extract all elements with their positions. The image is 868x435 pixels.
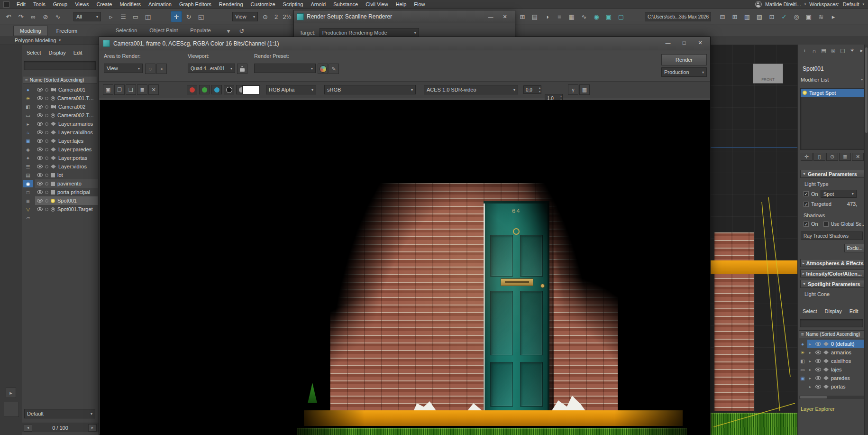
scene-row-label[interactable]: pavimento	[57, 181, 82, 186]
display-spacewarps-filter[interactable]: ≈	[23, 129, 33, 136]
visibility-eye-icon[interactable]	[37, 105, 43, 109]
le-all-filter[interactable]: ●	[798, 340, 807, 348]
display-lights-filter[interactable]: ☀	[23, 94, 33, 102]
menu-item[interactable]: Help	[392, 0, 411, 9]
workspace-caret-icon[interactable]: ▾	[862, 2, 864, 6]
snap-25d-icon[interactable]: 2½	[282, 11, 292, 22]
display-materials-filter[interactable]: ▤	[23, 171, 33, 179]
menu-item[interactable]: Animation	[145, 0, 175, 9]
le-cameras-filter[interactable]: ◧	[798, 357, 807, 365]
modifier-list-dropdown[interactable]: Modifier List ▾	[801, 77, 863, 83]
intensity-color-attenuation-rollout[interactable]: ▸ Intensity/Color/Atten...	[800, 269, 865, 278]
le-geometry-filter[interactable]: ▣	[798, 374, 807, 382]
edit-region-icon[interactable]: ◌	[145, 64, 155, 74]
render-toggle-icon[interactable]	[45, 182, 48, 185]
remove-modifier-icon[interactable]: ≣	[839, 153, 851, 161]
scene-row-label[interactable]: Layer:portas	[58, 155, 87, 161]
layer-row-label[interactable]: paredes	[831, 375, 850, 381]
blue-channel-icon[interactable]	[211, 85, 222, 94]
scene-row-label[interactable]: Layer:caixilhos	[58, 130, 93, 135]
render-toggle-icon[interactable]	[45, 208, 48, 211]
make-unique-icon[interactable]: ⊙	[826, 153, 838, 161]
scene-row-label[interactable]: lot	[57, 172, 63, 178]
utilities-tab-icon[interactable]: ✶	[848, 46, 856, 55]
viewport-dropdown[interactable]: Quad 4...era001▾	[188, 64, 235, 73]
layer-tree-row[interactable]: ▸ 0 (default)	[807, 340, 865, 348]
viewport-lock-icon[interactable]	[237, 64, 247, 74]
display-bones-filter[interactable]: ✦	[23, 154, 33, 162]
render-toggle-icon[interactable]	[45, 114, 48, 117]
display-tab-icon[interactable]: ▢	[839, 46, 847, 55]
scene-row-label[interactable]: Spot001	[57, 198, 77, 204]
visibility-eye-icon[interactable]	[815, 368, 821, 371]
expander-icon[interactable]: ▸	[809, 359, 813, 363]
scene-explorer-toggle-icon[interactable]: ▦	[566, 11, 577, 22]
use-global-checkbox[interactable]	[823, 222, 829, 227]
select-by-name-icon[interactable]: ☰	[118, 11, 129, 22]
polygon-modeling-label[interactable]: Polygon Modeling	[15, 37, 56, 43]
layer-tree-row[interactable]: ▸ paredes	[807, 374, 865, 382]
scene-tree-row[interactable]: Layer:lajes	[35, 137, 98, 145]
layer-row-label[interactable]: armarios	[831, 350, 851, 355]
rfw-minimize-button[interactable]: —	[661, 38, 675, 47]
render-toggle-icon[interactable]	[45, 139, 48, 143]
scene-row-label[interactable]: Layer:armarios	[58, 121, 93, 127]
render-toggle-icon[interactable]	[45, 131, 48, 134]
scene-row-label[interactable]: porta principal	[57, 189, 90, 195]
scene-row-label[interactable]: Camera001.Tar...	[57, 95, 97, 101]
red-channel-icon[interactable]	[187, 85, 197, 94]
clear-image-icon[interactable]: ✕	[148, 84, 159, 95]
viewport-layout-icon[interactable]: ⊞	[517, 11, 528, 22]
rfw-maximize-button[interactable]: □	[677, 38, 691, 47]
channel-display-dropdown[interactable]: RGB Alpha▾	[266, 85, 316, 94]
panel-expand-button[interactable]: ▸	[6, 388, 16, 398]
container-closed-icon[interactable]: ⊞	[729, 11, 740, 22]
layer-row-label[interactable]: 0 (default)	[831, 341, 855, 347]
state-sets-icon[interactable]: ≋	[815, 11, 827, 22]
dither-icon[interactable]: ▦	[579, 84, 590, 95]
menu-item[interactable]: Rendering	[215, 0, 247, 9]
color-space-dropdown[interactable]: sRGB▾	[324, 85, 416, 94]
frame-next-button[interactable]: ▸	[88, 424, 97, 432]
viewport-strip[interactable]: FRONT	[711, 45, 797, 435]
menu-item[interactable]: Substance	[329, 0, 362, 9]
visibility-eye-icon[interactable]	[37, 173, 43, 177]
le-lights-filter[interactable]: ☀	[798, 349, 807, 356]
shadow-generator-dropdown[interactable]: Ray Traced Shadows	[801, 231, 863, 240]
visibility-eye-icon[interactable]	[37, 96, 43, 100]
layer-name-header[interactable]: ≡ Name (Sorted Ascending)	[799, 330, 865, 338]
container-rules-icon[interactable]: ▨	[754, 11, 765, 22]
render-mode-dropdown[interactable]: Production▾	[661, 67, 707, 77]
visibility-eye-icon[interactable]	[37, 148, 43, 151]
window-crossing-icon[interactable]: ◫	[142, 11, 154, 22]
ribbon-section[interactable]: Object Paint	[149, 28, 178, 33]
render-toggle-icon[interactable]	[45, 97, 48, 100]
auto-region-icon[interactable]: ▫	[156, 64, 167, 74]
expander-icon[interactable]: ▸	[809, 351, 813, 355]
display-containers-filter[interactable]: ☰	[23, 163, 33, 170]
configure-modifier-sets-icon[interactable]: ✕	[852, 153, 864, 161]
select-and-rotate-icon[interactable]: ↻	[183, 11, 194, 22]
layer-row-label[interactable]: lajes	[831, 367, 842, 372]
menu-item[interactable]: Modifiers	[116, 0, 145, 9]
layer-menu-item[interactable]: Select	[803, 308, 817, 314]
save-image-icon[interactable]: ▣	[103, 84, 113, 95]
display-view-dropdown[interactable]: ACES 1.0 SDR-video▾	[424, 85, 518, 94]
selection-region-icon[interactable]: ▭	[130, 11, 141, 22]
render-frame-icon[interactable]: ▢	[615, 11, 627, 22]
scene-tree-row[interactable]: Layer:portas	[35, 154, 98, 162]
display-all-filter[interactable]: ●	[23, 86, 33, 93]
scene-row-label[interactable]: Camera001	[58, 87, 85, 93]
visibility-eye-icon[interactable]	[815, 385, 821, 389]
scene-tree-row[interactable]: Camera001.Tar...	[35, 94, 98, 102]
unlink-selection-icon[interactable]: ⊘	[40, 11, 51, 22]
explorer-menu-item[interactable]: Display	[49, 50, 66, 56]
user-caret-icon[interactable]: ▾	[804, 2, 806, 6]
spotlight-parameters-rollout[interactable]: ▼ Spotlight Parameters	[800, 280, 865, 288]
scene-tree-row[interactable]: Spot001	[35, 196, 98, 205]
render-setup-titlebar[interactable]: Render Setup: Scanline Renderer — ✕	[294, 10, 515, 23]
display-shapes-filter[interactable]: ◈	[23, 146, 33, 153]
menu-item[interactable]: Arnold	[307, 0, 329, 9]
render-toggle-icon[interactable]	[45, 174, 48, 177]
container-open-icon[interactable]: ⊟	[717, 11, 728, 22]
